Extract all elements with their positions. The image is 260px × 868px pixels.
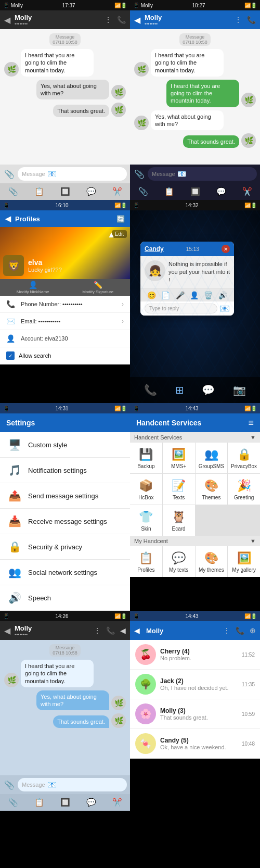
backup-service[interactable]: 💾 Backup — [130, 443, 162, 473]
my-section-chevron[interactable]: ▼ — [250, 538, 256, 544]
toolbar-template[interactable]: 📋 — [34, 187, 44, 196]
back-icon[interactable]: ◀ — [5, 215, 11, 223]
section-label: Handcent Services — [134, 434, 182, 441]
receive-label: Receive message settings — [28, 518, 123, 525]
receive-message-settings-item[interactable]: 📥 Receive message settings — [0, 509, 130, 534]
themes-service[interactable]: 🎨 Themes — [196, 474, 228, 505]
dock-camera[interactable]: 📷 — [233, 384, 246, 396]
group-sms-service[interactable]: 👥 GroupSMS — [196, 443, 228, 473]
message-input[interactable]: Message 📧 — [18, 778, 127, 791]
toolbar-keyboard[interactable]: 💬 — [216, 187, 226, 196]
contact-molly[interactable]: 🌸 Molly (3) That sounds great. 10:59 — [130, 699, 260, 729]
contacts-icon[interactable]: ◀ — [120, 626, 126, 635]
status-right: 📶🔋 — [114, 3, 127, 8]
toolbar-template[interactable]: 📋 — [164, 187, 174, 196]
social-network-settings-item[interactable]: 👥 Social network settings — [0, 560, 130, 585]
chat-header-bottom-left: ◀ Molly •••••••• ⋮ 📞 ◀ — [0, 621, 130, 640]
email-item[interactable]: ✉️ Email: ••••••••••• › — [0, 313, 130, 330]
nickname-icon: 👤 — [29, 281, 37, 289]
my-themes-service[interactable]: 🎨 My themes — [196, 546, 228, 577]
toolbar-attach[interactable]: 📎 — [8, 798, 18, 807]
checkbox[interactable]: ✓ — [6, 351, 15, 360]
back-icon[interactable]: ◀ — [4, 15, 10, 25]
contact-jack[interactable]: 🌳 Jack (2) Oh, I have not decided yet. 1… — [130, 670, 260, 699]
more-icon[interactable]: ⋮ — [105, 16, 112, 24]
toolbar-image[interactable]: 🔲 — [190, 187, 200, 196]
toolbar-attach[interactable]: 📎 — [138, 187, 148, 196]
toolbar-keyboard[interactable]: 💬 — [86, 187, 96, 196]
toolbar-template[interactable]: 📋 — [34, 798, 44, 807]
message-input[interactable]: Message 📧 — [148, 167, 257, 181]
security-privacy-item[interactable]: 🔒 Security & privacy — [0, 534, 130, 560]
dock-messages[interactable]: 💬 — [202, 384, 215, 396]
msg-system: Message07/18 10:58 — [49, 644, 81, 657]
email-icon: ✉️ — [6, 317, 17, 325]
dock-phone[interactable]: 📞 — [144, 384, 157, 396]
toolbar-more[interactable]: ✂️ — [112, 187, 122, 196]
attach-icon[interactable]: 📎 — [133, 169, 146, 179]
toolbar-more[interactable]: ✂️ — [242, 187, 252, 196]
skin-icon: 👕 — [139, 510, 153, 524]
attach-icon[interactable]: 📎 — [3, 169, 16, 179]
contact-avatar: 🌸 — [135, 703, 156, 724]
modify-signature-action[interactable]: ✏️ Modify Signature — [82, 281, 113, 294]
greeting-service[interactable]: 🎉 Greeting — [228, 474, 260, 505]
custom-style-item[interactable]: 🖥️ Custom style — [0, 432, 130, 458]
profiles-my-service[interactable]: 📋 Profiles — [130, 546, 162, 577]
call-icon[interactable]: 📞 — [117, 16, 126, 24]
toolbar-more[interactable]: ✂️ — [112, 798, 122, 807]
ecard-service[interactable]: 🦉 Ecard — [163, 505, 195, 536]
refresh-icon[interactable]: 🔄 — [116, 215, 125, 223]
menu-icon[interactable]: ≡ — [248, 418, 254, 429]
section-chevron[interactable]: ▼ — [250, 434, 256, 441]
avatar: 🌿 — [241, 133, 256, 148]
group-label: GroupSMS — [199, 463, 224, 469]
send-message-settings-item[interactable]: 📤 Send message settings — [0, 483, 130, 509]
more-icon[interactable]: ⋮ — [223, 626, 230, 635]
call-icon[interactable]: 📞 — [236, 626, 244, 635]
settings-panel: 📱 14:31 📶🔋 Settings 🖥️ Custom style 🎵 No… — [0, 403, 130, 611]
my-gallery-service[interactable]: 🖼️ My gallery — [228, 546, 260, 577]
dock-grid[interactable]: ⊞ — [175, 384, 184, 396]
allow-search-item[interactable]: ✓ Allow search — [0, 347, 130, 364]
privacy-box-service[interactable]: 🔒 PrivacyBox — [228, 443, 260, 473]
add-icon[interactable]: ⊕ — [250, 626, 256, 635]
hcbox-service[interactable]: 📦 HcBox — [130, 474, 162, 505]
toolbar-image[interactable]: 🔲 — [60, 187, 70, 196]
contact-cherry[interactable]: 🍒 Cherry (4) No problem. 11:52 — [130, 640, 260, 670]
profile-name: elva — [28, 258, 62, 267]
security-icon: 🔒 — [7, 540, 22, 553]
mms-plus-service[interactable]: 🖼️ MMS+ — [163, 443, 195, 473]
contact-time: 11:52 — [242, 652, 255, 658]
more-icon[interactable]: ⋮ — [235, 16, 242, 24]
more-icon[interactable]: ⋮ — [94, 626, 101, 635]
toolbar-image[interactable]: 🔲 — [60, 798, 70, 807]
texts-service[interactable]: 📝 Texts — [163, 474, 195, 505]
account-text: Account: elva2130 — [21, 335, 124, 342]
message-input[interactable]: Message 📧 — [18, 167, 127, 181]
call-icon[interactable]: 📞 — [106, 626, 115, 635]
chat-header-top-right: ◀ Molly •••••••• ⋮ 📞 — [130, 10, 260, 29]
back-icon[interactable]: ◀ — [4, 626, 10, 636]
toolbar-keyboard[interactable]: 💬 — [86, 798, 96, 807]
chevron-up-icon[interactable]: ▲ — [107, 230, 115, 240]
toolbar-attach[interactable]: 📎 — [8, 187, 18, 196]
receive-icon: 📥 — [7, 515, 22, 527]
phone-number-item[interactable]: 📞 Phone Number: •••••••••• › — [0, 296, 130, 313]
my-texts-service[interactable]: 💬 My texts — [163, 546, 195, 577]
status-time: 14:32 — [185, 203, 198, 208]
notification-popup-panel: 📱 14:32 📶🔋 Candy 15:13 ✕ 👧 Nothi — [130, 200, 260, 403]
back-icon[interactable]: ◀ — [134, 626, 140, 635]
back-icon[interactable]: ◀ — [134, 15, 140, 25]
skin-service[interactable]: 👕 Skin — [130, 505, 162, 536]
attach-icon[interactable]: 📎 — [3, 780, 16, 790]
contact-preview: Ok, have a nice weekend. — [160, 744, 238, 750]
contact-preview: That sounds great. — [160, 714, 238, 721]
speech-item[interactable]: 🔊 Speech — [0, 585, 130, 611]
status-time: 14:43 — [185, 406, 198, 411]
call-icon[interactable]: 📞 — [247, 16, 256, 24]
profiles-icon: 📋 — [139, 551, 153, 565]
contact-candy[interactable]: 🍬 Candy (5) Ok, have a nice weekend. 10:… — [130, 729, 260, 759]
notification-settings-item[interactable]: 🎵 Notification settings — [0, 458, 130, 483]
modify-nickname-action[interactable]: 👤 Modify NickName — [17, 281, 49, 294]
